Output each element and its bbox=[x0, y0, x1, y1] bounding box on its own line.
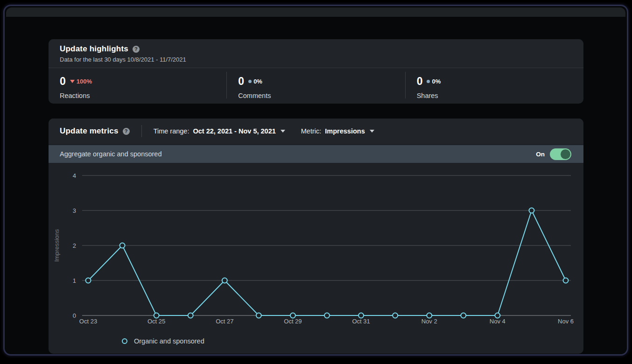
svg-text:Nov 6: Nov 6 bbox=[558, 318, 574, 325]
svg-text:Impressions: Impressions bbox=[53, 229, 60, 262]
stat-comments: 0 0% Comments bbox=[227, 68, 405, 104]
update-highlights-header: Update highlights ? Data for the last 30… bbox=[49, 39, 583, 68]
dot-icon bbox=[248, 80, 252, 83]
metric-label: Metric: bbox=[301, 127, 322, 135]
shares-label: Shares bbox=[417, 92, 583, 99]
date-range-subtitle: Data for the last 30 days 10/8/2021 - 11… bbox=[60, 56, 572, 63]
time-range-dropdown[interactable]: Time range: Oct 22, 2021 - Nov 5, 2021 bbox=[154, 127, 285, 135]
time-range-label: Time range: bbox=[154, 127, 190, 135]
svg-text:Oct 25: Oct 25 bbox=[147, 318, 165, 325]
svg-text:Oct 23: Oct 23 bbox=[79, 318, 97, 325]
reactions-delta: 100% bbox=[70, 78, 92, 85]
svg-text:4: 4 bbox=[73, 172, 76, 179]
reactions-value: 0 bbox=[60, 76, 66, 87]
toggle-switch[interactable] bbox=[550, 148, 571, 160]
header-divider bbox=[141, 125, 142, 137]
metric-dropdown[interactable]: Metric: Impressions bbox=[301, 127, 374, 135]
help-icon[interactable]: ? bbox=[123, 128, 130, 135]
stat-reactions: 0 100% Reactions bbox=[49, 68, 226, 104]
shares-value: 0 bbox=[417, 76, 423, 87]
legend-circle-icon bbox=[122, 338, 127, 344]
update-metrics-title: Update metrics bbox=[60, 126, 119, 136]
dot-icon bbox=[427, 80, 430, 83]
chevron-down-icon bbox=[370, 130, 374, 133]
toggle-state-text: On bbox=[536, 151, 545, 158]
highlights-stats-row: 0 100% Reactions 0 0% Comments 0 bbox=[49, 68, 583, 104]
svg-text:Oct 29: Oct 29 bbox=[284, 318, 302, 325]
reactions-label: Reactions bbox=[60, 92, 226, 99]
svg-text:Nov 2: Nov 2 bbox=[421, 318, 437, 325]
comments-delta: 0% bbox=[248, 78, 262, 85]
svg-text:1: 1 bbox=[73, 277, 76, 284]
aggregate-toggle[interactable]: On bbox=[536, 148, 571, 160]
metric-value: Impressions bbox=[325, 127, 365, 135]
aggregate-label: Aggregate organic and sponsored bbox=[60, 150, 162, 158]
svg-text:3: 3 bbox=[73, 207, 76, 214]
comments-label: Comments bbox=[238, 92, 405, 99]
svg-text:2: 2 bbox=[73, 242, 76, 249]
svg-text:Nov 4: Nov 4 bbox=[490, 318, 506, 325]
aggregate-toggle-row: Aggregate organic and sponsored On bbox=[49, 145, 583, 163]
comments-value: 0 bbox=[238, 76, 244, 87]
legend-label: Organic and sponsored bbox=[134, 337, 204, 345]
chart-svg: 01234ImpressionsOct 23Oct 25Oct 27Oct 29… bbox=[49, 162, 583, 331]
chevron-down-icon bbox=[281, 130, 285, 133]
toggle-knob bbox=[561, 149, 570, 159]
time-range-value: Oct 22, 2021 - Nov 5, 2021 bbox=[193, 127, 275, 135]
update-highlights-card: Update highlights ? Data for the last 30… bbox=[49, 39, 583, 104]
svg-text:0: 0 bbox=[73, 312, 76, 319]
svg-text:Oct 31: Oct 31 bbox=[352, 318, 370, 325]
svg-text:Oct 27: Oct 27 bbox=[216, 318, 233, 325]
impressions-chart: 01234ImpressionsOct 23Oct 25Oct 27Oct 29… bbox=[49, 162, 583, 331]
help-icon[interactable]: ? bbox=[133, 46, 140, 53]
legend-organic-and-sponsored[interactable]: Organic and sponsored bbox=[122, 337, 204, 345]
shares-delta: 0% bbox=[427, 78, 441, 85]
triangle-down-icon bbox=[70, 80, 75, 83]
update-metrics-card: Update metrics ? Time range: Oct 22, 202… bbox=[49, 119, 583, 354]
update-highlights-title: Update highlights bbox=[60, 44, 128, 54]
stat-shares: 0 0% Shares bbox=[406, 68, 583, 104]
window-top-edge bbox=[6, 7, 625, 17]
update-metrics-header: Update metrics ? Time range: Oct 22, 202… bbox=[49, 119, 583, 144]
